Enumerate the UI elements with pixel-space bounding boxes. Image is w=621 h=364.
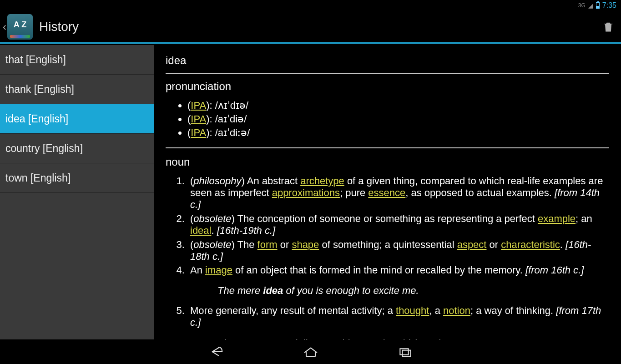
link-archetype[interactable]: archetype <box>300 175 344 187</box>
definition-item: More generally, any result of mental act… <box>187 305 609 339</box>
trash-icon <box>602 20 615 34</box>
section-divider <box>166 147 609 148</box>
link-example[interactable]: example <box>538 213 576 224</box>
link-characteristic[interactable]: characteristic <box>501 239 560 250</box>
home-icon <box>300 345 322 359</box>
recent-apps-icon <box>394 345 416 359</box>
history-sidebar: that [English]thank [English]idea [Engli… <box>0 45 154 339</box>
pronunciation-item: (IPA): /aɪˈdiə/ <box>187 113 609 125</box>
nav-back-button[interactable] <box>205 344 227 360</box>
definition-list: (philosophy) An abstract archetype of a … <box>166 175 609 339</box>
pronunciation-heading: pronunciation <box>166 80 609 93</box>
part-of-speech: noun <box>166 156 609 169</box>
back-icon[interactable]: ‹ <box>3 20 6 33</box>
battery-icon <box>596 2 600 9</box>
link-aspect[interactable]: aspect <box>457 239 487 250</box>
ipa-link[interactable]: IPA <box>191 100 206 111</box>
history-item[interactable]: town [English] <box>0 163 154 193</box>
back-arrow-icon <box>205 345 227 359</box>
nav-home-button[interactable] <box>300 344 322 360</box>
clock: 7:35 <box>602 1 616 10</box>
link-approximations[interactable]: approximations <box>272 187 340 198</box>
system-nav-bar <box>0 339 621 364</box>
action-bar: ‹ A Z History <box>0 11 621 44</box>
link-ideal[interactable]: ideal <box>190 225 211 236</box>
signal-icon: ◢ <box>588 2 593 9</box>
app-icon[interactable]: A Z <box>7 14 33 40</box>
ipa-link[interactable]: IPA <box>191 127 206 138</box>
pronunciation-item: (IPA): /ʌɪˈdɪə/ <box>187 100 609 111</box>
nav-recent-button[interactable] <box>394 344 416 360</box>
link-notion[interactable]: notion <box>443 305 470 316</box>
pronunciation-list: (IPA): /ʌɪˈdɪə/(IPA): /aɪˈdiə/(IPA): /aɪ… <box>166 100 609 139</box>
svg-rect-1 <box>402 350 410 356</box>
example-quote: The mere idea of you is enough to excite… <box>217 285 609 297</box>
link-form[interactable]: form <box>257 239 278 250</box>
definition-item: (obsolete) The form or shape of somethin… <box>187 239 609 263</box>
link-thought[interactable]: thought <box>396 305 429 316</box>
link-essence[interactable]: essence <box>368 187 405 198</box>
entry-word: idea <box>166 54 609 74</box>
entry-content: idea pronunciation (IPA): /ʌɪˈdɪə/(IPA):… <box>154 45 621 339</box>
history-item[interactable]: country [English] <box>0 134 154 163</box>
history-item[interactable]: thank [English] <box>0 75 154 104</box>
definition-item: (obsolete) The conception of someone or … <box>187 213 609 237</box>
svg-rect-0 <box>400 349 408 354</box>
status-bar: 3G ◢ 7:35 <box>0 0 621 11</box>
page-title: History <box>39 20 602 34</box>
definition-item: (philosophy) An abstract archetype of a … <box>187 175 609 211</box>
ipa-link[interactable]: IPA <box>191 113 206 125</box>
history-item[interactable]: idea [English] <box>0 104 154 134</box>
delete-button[interactable] <box>602 20 615 34</box>
definition-item: An image of an object that is formed in … <box>187 264 609 297</box>
network-indicator: 3G <box>578 2 586 9</box>
pronunciation-item: (IPA): /aɪˈdiːə/ <box>187 127 609 139</box>
link-image[interactable]: image <box>205 264 232 276</box>
link-shape[interactable]: shape <box>292 239 319 250</box>
history-item[interactable]: that [English] <box>0 45 154 75</box>
